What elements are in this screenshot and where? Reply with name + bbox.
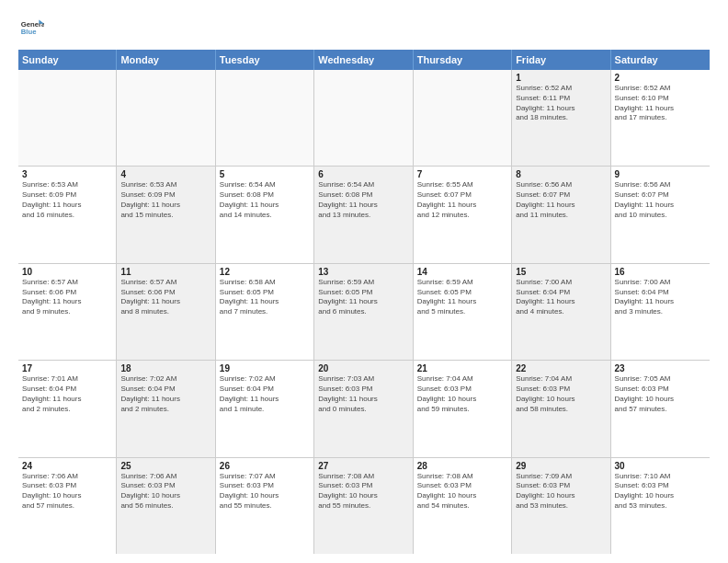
empty-cell <box>414 70 512 166</box>
day-number: 29 <box>516 461 606 471</box>
logo: General Blue <box>18 15 44 40</box>
day-cell-22: 22Sunrise: 7:04 AM Sunset: 6:03 PM Dayli… <box>512 361 610 456</box>
week-row-4: 17Sunrise: 7:01 AM Sunset: 6:04 PM Dayli… <box>18 361 710 457</box>
header-day-tuesday: Tuesday <box>216 50 314 70</box>
day-info: Sunrise: 6:58 AM Sunset: 6:05 PM Dayligh… <box>220 278 310 317</box>
day-cell-2: 2Sunrise: 6:52 AM Sunset: 6:10 PM Daylig… <box>611 70 710 166</box>
day-cell-12: 12Sunrise: 6:58 AM Sunset: 6:05 PM Dayli… <box>216 264 314 360</box>
day-info: Sunrise: 7:09 AM Sunset: 6:03 PM Dayligh… <box>516 472 606 511</box>
day-number: 15 <box>516 267 606 277</box>
day-info: Sunrise: 6:57 AM Sunset: 6:06 PM Dayligh… <box>120 278 210 317</box>
empty-cell <box>18 70 117 166</box>
day-info: Sunrise: 7:10 AM Sunset: 6:03 PM Dayligh… <box>615 472 706 511</box>
day-number: 3 <box>22 169 112 179</box>
day-cell-8: 8Sunrise: 6:56 AM Sunset: 6:07 PM Daylig… <box>512 167 610 262</box>
day-cell-30: 30Sunrise: 7:10 AM Sunset: 6:03 PM Dayli… <box>611 458 710 554</box>
day-cell-7: 7Sunrise: 6:55 AM Sunset: 6:07 PM Daylig… <box>414 167 512 262</box>
day-info: Sunrise: 6:59 AM Sunset: 6:05 PM Dayligh… <box>417 278 507 317</box>
day-number: 27 <box>318 461 408 471</box>
week-row-5: 24Sunrise: 7:06 AM Sunset: 6:03 PM Dayli… <box>18 458 710 554</box>
day-info: Sunrise: 7:02 AM Sunset: 6:04 PM Dayligh… <box>120 374 210 414</box>
day-info: Sunrise: 7:05 AM Sunset: 6:03 PM Dayligh… <box>615 374 706 414</box>
day-cell-6: 6Sunrise: 6:54 AM Sunset: 6:08 PM Daylig… <box>314 167 413 262</box>
day-cell-5: 5Sunrise: 6:54 AM Sunset: 6:08 PM Daylig… <box>216 167 314 262</box>
day-cell-3: 3Sunrise: 6:53 AM Sunset: 6:09 PM Daylig… <box>18 167 117 262</box>
day-info: Sunrise: 7:06 AM Sunset: 6:03 PM Dayligh… <box>120 472 210 511</box>
header-day-monday: Monday <box>117 50 215 70</box>
day-info: Sunrise: 7:04 AM Sunset: 6:03 PM Dayligh… <box>417 374 507 414</box>
empty-cell <box>117 70 215 166</box>
day-number: 5 <box>220 169 310 179</box>
day-number: 11 <box>120 267 210 277</box>
day-number: 25 <box>120 461 210 471</box>
week-row-1: 1Sunrise: 6:52 AM Sunset: 6:11 PM Daylig… <box>18 70 710 167</box>
day-info: Sunrise: 6:56 AM Sunset: 6:07 PM Dayligh… <box>516 180 606 220</box>
day-info: Sunrise: 6:59 AM Sunset: 6:05 PM Dayligh… <box>318 278 408 317</box>
day-cell-27: 27Sunrise: 7:08 AM Sunset: 6:03 PM Dayli… <box>314 458 413 554</box>
day-number: 4 <box>120 169 210 179</box>
day-cell-20: 20Sunrise: 7:03 AM Sunset: 6:03 PM Dayli… <box>314 361 413 456</box>
empty-cell <box>216 70 314 166</box>
day-info: Sunrise: 7:08 AM Sunset: 6:03 PM Dayligh… <box>417 472 507 511</box>
calendar-body: 1Sunrise: 6:52 AM Sunset: 6:11 PM Daylig… <box>18 70 710 554</box>
day-number: 26 <box>220 461 310 471</box>
day-info: Sunrise: 7:07 AM Sunset: 6:03 PM Dayligh… <box>220 472 310 511</box>
calendar: SundayMondayTuesdayWednesdayThursdayFrid… <box>18 50 710 554</box>
day-info: Sunrise: 7:03 AM Sunset: 6:03 PM Dayligh… <box>318 374 408 414</box>
empty-cell <box>314 70 413 166</box>
day-cell-19: 19Sunrise: 7:02 AM Sunset: 6:04 PM Dayli… <box>216 361 314 456</box>
day-info: Sunrise: 6:56 AM Sunset: 6:07 PM Dayligh… <box>615 180 706 220</box>
svg-text:General: General <box>21 20 44 29</box>
day-number: 18 <box>120 363 210 373</box>
day-info: Sunrise: 7:04 AM Sunset: 6:03 PM Dayligh… <box>516 374 606 414</box>
day-info: Sunrise: 6:54 AM Sunset: 6:08 PM Dayligh… <box>220 180 310 220</box>
logo-icon: General Blue <box>18 15 44 40</box>
day-info: Sunrise: 7:02 AM Sunset: 6:04 PM Dayligh… <box>220 374 310 414</box>
day-cell-25: 25Sunrise: 7:06 AM Sunset: 6:03 PM Dayli… <box>117 458 215 554</box>
day-number: 17 <box>22 363 112 373</box>
day-info: Sunrise: 7:00 AM Sunset: 6:04 PM Dayligh… <box>615 278 706 317</box>
day-number: 1 <box>516 73 606 83</box>
day-number: 28 <box>417 461 507 471</box>
day-number: 30 <box>615 461 706 471</box>
day-cell-23: 23Sunrise: 7:05 AM Sunset: 6:03 PM Dayli… <box>611 361 710 456</box>
day-info: Sunrise: 6:55 AM Sunset: 6:07 PM Dayligh… <box>417 180 507 220</box>
day-info: Sunrise: 7:00 AM Sunset: 6:04 PM Dayligh… <box>516 278 606 317</box>
day-info: Sunrise: 7:01 AM Sunset: 6:04 PM Dayligh… <box>22 374 112 414</box>
header-day-thursday: Thursday <box>414 50 512 70</box>
day-number: 6 <box>318 169 408 179</box>
day-number: 22 <box>516 363 606 373</box>
day-info: Sunrise: 7:08 AM Sunset: 6:03 PM Dayligh… <box>318 472 408 511</box>
day-info: Sunrise: 7:06 AM Sunset: 6:03 PM Dayligh… <box>22 472 112 511</box>
header-day-wednesday: Wednesday <box>314 50 413 70</box>
day-info: Sunrise: 6:52 AM Sunset: 6:11 PM Dayligh… <box>516 84 606 123</box>
day-cell-15: 15Sunrise: 7:00 AM Sunset: 6:04 PM Dayli… <box>512 264 610 360</box>
day-cell-24: 24Sunrise: 7:06 AM Sunset: 6:03 PM Dayli… <box>18 458 117 554</box>
header-day-sunday: Sunday <box>18 50 117 70</box>
day-cell-14: 14Sunrise: 6:59 AM Sunset: 6:05 PM Dayli… <box>414 264 512 360</box>
day-cell-17: 17Sunrise: 7:01 AM Sunset: 6:04 PM Dayli… <box>18 361 117 456</box>
day-info: Sunrise: 6:53 AM Sunset: 6:09 PM Dayligh… <box>120 180 210 220</box>
header-day-friday: Friday <box>512 50 610 70</box>
day-info: Sunrise: 6:54 AM Sunset: 6:08 PM Dayligh… <box>318 180 408 220</box>
day-cell-10: 10Sunrise: 6:57 AM Sunset: 6:06 PM Dayli… <box>18 264 117 360</box>
day-number: 7 <box>417 169 507 179</box>
day-number: 20 <box>318 363 408 373</box>
day-info: Sunrise: 6:53 AM Sunset: 6:09 PM Dayligh… <box>22 180 112 220</box>
day-number: 23 <box>615 363 706 373</box>
day-number: 10 <box>22 267 112 277</box>
day-cell-18: 18Sunrise: 7:02 AM Sunset: 6:04 PM Dayli… <box>117 361 215 456</box>
day-cell-29: 29Sunrise: 7:09 AM Sunset: 6:03 PM Dayli… <box>512 458 610 554</box>
day-info: Sunrise: 6:57 AM Sunset: 6:06 PM Dayligh… <box>22 278 112 317</box>
day-number: 14 <box>417 267 507 277</box>
header: General Blue <box>18 15 710 40</box>
day-cell-9: 9Sunrise: 6:56 AM Sunset: 6:07 PM Daylig… <box>611 167 710 262</box>
day-number: 16 <box>615 267 706 277</box>
day-cell-26: 26Sunrise: 7:07 AM Sunset: 6:03 PM Dayli… <box>216 458 314 554</box>
day-number: 24 <box>22 461 112 471</box>
day-number: 21 <box>417 363 507 373</box>
day-number: 2 <box>615 73 706 83</box>
day-number: 8 <box>516 169 606 179</box>
week-row-3: 10Sunrise: 6:57 AM Sunset: 6:06 PM Dayli… <box>18 264 710 361</box>
day-number: 19 <box>220 363 310 373</box>
